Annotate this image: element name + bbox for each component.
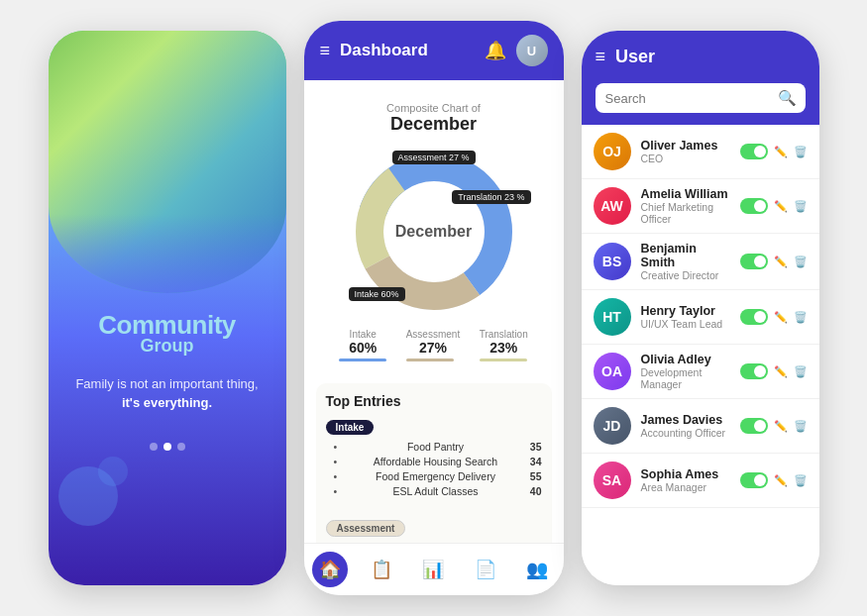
badge-intake: Intake (326, 420, 375, 435)
tooltip-translation: Translation 23 % (452, 190, 530, 204)
hamburger-icon-user[interactable]: ≡ (596, 47, 606, 67)
badge-assessment: Assessment (326, 520, 406, 537)
user-info-3: Henry Taylor UI/UX Team Lead (641, 304, 730, 330)
user-actions: ✏️ 🗑️ (740, 198, 808, 214)
chart-legend: Intake 60% Assessment 27% Translation 23… (326, 329, 542, 361)
dot-2[interactable] (163, 443, 171, 451)
user-actions: ✏️ 🗑️ (740, 144, 808, 159)
user-role: Area Manager (641, 481, 730, 493)
user-info-1: Amelia William Chief Marketing Officer (641, 187, 730, 225)
user-role: UI/UX Team Lead (641, 318, 730, 330)
user-name: Benjamin Smith (641, 242, 730, 269)
chart-month: December (326, 114, 542, 135)
user-actions: ✏️ 🗑️ (740, 472, 808, 488)
toggle-active[interactable] (740, 144, 768, 159)
user-list: OJ Oliver James CEO ✏️ 🗑️ AW Amelia Will… (582, 125, 819, 585)
hero-image (49, 31, 286, 293)
user-name: James Davies (641, 413, 730, 427)
user-actions: ✏️ 🗑️ (740, 309, 808, 325)
user-role: Accounting Officer (641, 427, 730, 439)
nav-doc[interactable]: 📄 (468, 552, 503, 587)
legend-bar-assessment (406, 359, 454, 361)
hamburger-icon[interactable]: ≡ (320, 41, 331, 61)
user-actions: ✏️ 🗑️ (740, 363, 808, 379)
donut-chart: December Assessment 27 % Translation 23 … (345, 143, 523, 321)
search-button[interactable]: 🔍 (778, 89, 797, 107)
toggle-active[interactable] (740, 418, 768, 434)
user-avatar-3: HT (594, 298, 631, 336)
nav-chart[interactable]: 📊 (415, 552, 451, 587)
edit-icon[interactable]: ✏️ (774, 420, 788, 433)
toggle-active[interactable] (740, 198, 768, 214)
dashboard-title: Dashboard (340, 41, 474, 60)
user-info-2: Benjamin Smith Creative Director (641, 242, 730, 281)
bottom-nav: 🏠 📋 📊 📄 👥 (304, 543, 564, 595)
edit-icon[interactable]: ✏️ (774, 365, 788, 378)
user-actions: ✏️ 🗑️ (740, 254, 808, 269)
tooltip-intake: Intake 60% (349, 287, 405, 301)
user-info-5: James Davies Accounting Officer (641, 413, 730, 439)
nav-home[interactable]: 🏠 (312, 552, 348, 587)
legend-translation: Translation 23% (480, 329, 528, 361)
delete-icon[interactable]: 🗑️ (794, 146, 808, 158)
user-row: JD James Davies Accounting Officer ✏️ 🗑️ (582, 399, 819, 454)
delete-icon[interactable]: 🗑️ (794, 365, 808, 378)
user-avatar-1: AW (594, 187, 631, 225)
dashboard-body: Composite Chart of December December Ass… (304, 80, 564, 543)
chart-subtitle: Composite Chart of (326, 102, 542, 114)
user-info-0: Oliver James CEO (641, 139, 730, 164)
toggle-active[interactable] (740, 254, 768, 269)
user-row: AW Amelia William Chief Marketing Office… (582, 179, 819, 234)
dot-3[interactable] (177, 443, 185, 451)
page-dots (150, 443, 185, 451)
user-name: Olivia Adley (641, 353, 730, 366)
brand-group: Group (141, 336, 194, 357)
user-info-6: Sophia Ames Area Manager (641, 467, 730, 493)
edit-icon[interactable]: ✏️ (774, 200, 788, 213)
nav-clipboard[interactable]: 📋 (364, 552, 399, 587)
user-name: Amelia William (641, 187, 730, 201)
user-avatar-0: OJ (594, 133, 631, 170)
toggle-active[interactable] (740, 472, 768, 488)
edit-icon[interactable]: ✏️ (774, 311, 788, 324)
panel-user: ≡ User 🔍 OJ Oliver James CEO ✏️ 🗑️ AW Am… (582, 31, 819, 585)
toggle-active[interactable] (740, 309, 768, 325)
user-row: BS Benjamin Smith Creative Director ✏️ 🗑… (582, 234, 819, 290)
te-food-pantry: Food Pantry35 (326, 441, 542, 453)
user-name: Oliver James (641, 139, 730, 153)
user-actions: ✏️ 🗑️ (740, 418, 808, 434)
bubble-decoration-2 (98, 457, 128, 486)
delete-icon[interactable]: 🗑️ (794, 200, 808, 213)
user-avatar-2: BS (594, 243, 631, 280)
user-role: Creative Director (641, 269, 730, 281)
nav-people[interactable]: 👥 (519, 552, 555, 587)
te-esl-classes: ESL Adult Classes40 (326, 485, 542, 497)
user-avatar-5: JD (594, 407, 631, 445)
delete-icon[interactable]: 🗑️ (794, 420, 808, 433)
user-row: OJ Oliver James CEO ✏️ 🗑️ (582, 125, 819, 179)
edit-icon[interactable]: ✏️ (774, 474, 788, 487)
edit-icon[interactable]: ✏️ (774, 256, 788, 268)
bell-icon[interactable]: 🔔 (485, 40, 506, 61)
delete-icon[interactable]: 🗑️ (794, 311, 808, 324)
dot-1[interactable] (150, 443, 158, 451)
delete-icon[interactable]: 🗑️ (794, 474, 808, 487)
delete-icon[interactable]: 🗑️ (794, 256, 808, 268)
user-avatar[interactable]: U (516, 35, 548, 66)
te-housing-search: Affordable Housing Search34 (326, 456, 542, 467)
user-role: Development Manager (641, 366, 730, 390)
search-bar: 🔍 (582, 83, 819, 125)
search-input-wrap: 🔍 (596, 83, 806, 113)
toggle-active[interactable] (740, 363, 768, 379)
edit-icon[interactable]: ✏️ (774, 146, 788, 158)
legend-assessment: Assessment 27% (406, 329, 460, 361)
user-role: CEO (641, 153, 730, 164)
dashboard-header: ≡ Dashboard 🔔 U (304, 21, 564, 80)
legend-intake: Intake 60% (339, 329, 386, 361)
user-row: OA Olivia Adley Development Manager ✏️ 🗑… (582, 345, 819, 399)
user-panel-title: User (615, 47, 655, 67)
user-role: Chief Marketing Officer (641, 201, 730, 225)
user-row: HT Henry Taylor UI/UX Team Lead ✏️ 🗑️ (582, 290, 819, 345)
legend-bar-intake (339, 359, 386, 361)
search-input[interactable] (605, 91, 772, 106)
